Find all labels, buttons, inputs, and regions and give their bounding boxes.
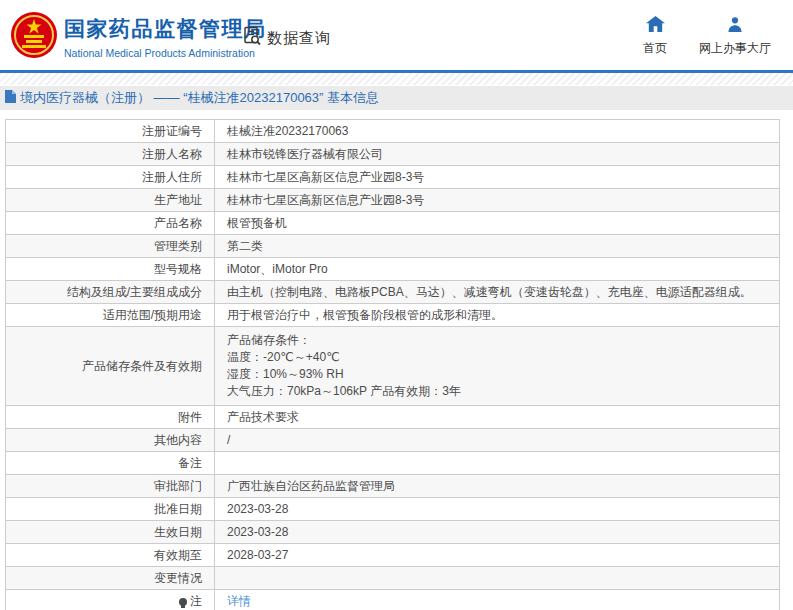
row-value: 由主机（控制电路、电路板PCBA、马达）、减速弯机（变速齿轮盘）、充电座、电源适…: [215, 281, 780, 304]
table-row: 结构及组成/主要组成成分由主机（控制电路、电路板PCBA、马达）、减速弯机（变速…: [6, 281, 780, 304]
table-row: 产品名称根管预备机: [6, 212, 780, 235]
info-table-body: 注册证编号桂械注准20232170063注册人名称桂林市锐锋医疗器械有限公司注册…: [6, 120, 780, 610]
hatch-texture-band: [0, 73, 793, 85]
row-label: 生效日期: [6, 521, 215, 544]
data-query-menu[interactable]: 数据查询: [242, 26, 331, 50]
row-label: 批准日期: [6, 498, 215, 521]
header-nav: 首页 网上办事大厅: [643, 16, 771, 57]
row-value: 根管预备机: [215, 212, 780, 235]
document-icon: [5, 89, 16, 107]
nav-item-label: 首页: [643, 40, 667, 57]
table-row: 注详情: [6, 590, 780, 610]
nav-item-service-hall[interactable]: 网上办事大厅: [699, 16, 771, 57]
row-label: 管理类别: [6, 235, 215, 258]
row-value: iMotor、iMotor Pro: [215, 258, 780, 281]
row-value-line: 温度：-20℃～+40℃: [227, 349, 779, 366]
site-subtitle: National Medical Products Administration: [64, 47, 267, 59]
row-value: /: [215, 429, 780, 452]
table-row: 批准日期2023-03-28: [6, 498, 780, 521]
breadcrumb: 境内医疗器械（注册） —— “桂械注准20232170063” 基本信息: [0, 86, 793, 110]
row-label: 型号规格: [6, 258, 215, 281]
table-row: 注册人住所桂林市七星区高新区信息产业园8-3号: [6, 166, 780, 189]
table-row: 备注: [6, 452, 780, 475]
row-value-line: 产品储存条件：: [227, 332, 779, 349]
nav-item-label: 网上办事大厅: [699, 40, 771, 57]
nav-item-home[interactable]: 首页: [643, 16, 667, 57]
row-value-line: 湿度：10%～93% RH: [227, 366, 779, 383]
row-label: 生产地址: [6, 189, 215, 212]
row-label: 结构及组成/主要组成成分: [6, 281, 215, 304]
row-value: 产品技术要求: [215, 406, 780, 429]
table-row: 生效日期2023-03-28: [6, 521, 780, 544]
table-row: 审批部门广西壮族自治区药品监督管理局: [6, 475, 780, 498]
registration-info-table: 注册证编号桂械注准20232170063注册人名称桂林市锐锋医疗器械有限公司注册…: [5, 119, 780, 610]
table-row: 其他内容/: [6, 429, 780, 452]
user-icon: [727, 16, 743, 35]
row-label: 注册证编号: [6, 120, 215, 143]
row-value: 桂林市七星区高新区信息产业园8-3号: [215, 189, 780, 212]
row-value: 桂林市七星区高新区信息产业园8-3号: [215, 166, 780, 189]
row-value: 2023-03-28: [215, 498, 780, 521]
row-value: [215, 567, 780, 590]
row-label: 注册人名称: [6, 143, 215, 166]
row-value-line: 大气压力：70kPa～106kP 产品有效期：3年: [227, 383, 779, 400]
row-value: 第二类: [215, 235, 780, 258]
row-value: 2028-03-27: [215, 544, 780, 567]
table-row: 型号规格iMotor、iMotor Pro: [6, 258, 780, 281]
row-label: 有效期至: [6, 544, 215, 567]
row-label: 其他内容: [6, 429, 215, 452]
table-row: 注册证编号桂械注准20232170063: [6, 120, 780, 143]
table-row: 生产地址桂林市七星区高新区信息产业园8-3号: [6, 189, 780, 212]
table-row: 适用范围/预期用途用于根管治疗中，根管预备阶段根管的成形和清理。: [6, 304, 780, 327]
row-label: 注册人住所: [6, 166, 215, 189]
row-value: [215, 452, 780, 475]
row-label: 注: [6, 590, 215, 610]
note-icon: [179, 598, 187, 606]
row-value: 广西壮族自治区药品监督管理局: [215, 475, 780, 498]
table-row: 变更情况: [6, 567, 780, 590]
table-row: 注册人名称桂林市锐锋医疗器械有限公司: [6, 143, 780, 166]
page-title: 境内医疗器械（注册） —— “桂械注准20232170063” 基本信息: [20, 89, 379, 107]
row-value: 桂林市锐锋医疗器械有限公司: [215, 143, 780, 166]
row-label: 变更情况: [6, 567, 215, 590]
table-row: 管理类别第二类: [6, 235, 780, 258]
table-row: 有效期至2028-03-27: [6, 544, 780, 567]
row-value: 桂械注准20232170063: [215, 120, 780, 143]
row-value: 用于根管治疗中，根管预备阶段根管的成形和清理。: [215, 304, 780, 327]
row-label: 适用范围/预期用途: [6, 304, 215, 327]
row-label: 附件: [6, 406, 215, 429]
row-label: 产品储存条件及有效期: [6, 327, 215, 406]
row-value: 产品储存条件：温度：-20℃～+40℃湿度：10%～93% RH大气压力：70k…: [215, 327, 780, 406]
home-icon: [646, 16, 665, 35]
data-query-label: 数据查询: [267, 29, 331, 48]
document-search-icon: [242, 26, 262, 50]
details-link[interactable]: 详情: [227, 594, 251, 608]
site-logo[interactable]: 国家药品监督管理局 National Medical Products Admi…: [64, 15, 267, 59]
china-national-emblem-icon: [10, 11, 58, 59]
table-row: 产品储存条件及有效期产品储存条件：温度：-20℃～+40℃湿度：10%～93% …: [6, 327, 780, 406]
row-value: 详情: [215, 590, 780, 610]
site-header: 国家药品监督管理局 National Medical Products Admi…: [0, 0, 793, 70]
row-label: 产品名称: [6, 212, 215, 235]
row-label: 备注: [6, 452, 215, 475]
table-row: 附件产品技术要求: [6, 406, 780, 429]
site-title: 国家药品监督管理局: [64, 15, 267, 43]
row-label: 审批部门: [6, 475, 215, 498]
row-value: 2023-03-28: [215, 521, 780, 544]
